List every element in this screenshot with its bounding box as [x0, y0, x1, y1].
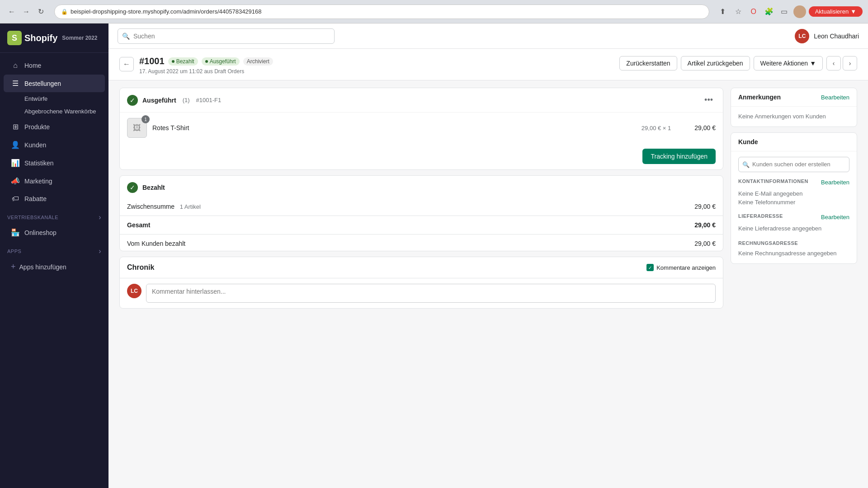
- kontaktinfos-edit-button[interactable]: Bearbeiten: [821, 179, 849, 186]
- sidebar-item-label: Onlineshop: [24, 229, 57, 236]
- bookmark-icon[interactable]: ☆: [732, 5, 745, 18]
- forward-button[interactable]: →: [20, 5, 33, 18]
- customers-icon: 👤: [11, 141, 20, 149]
- sidebar-item-rabatte[interactable]: 🏷 Rabatte: [4, 190, 105, 207]
- sidebar-item-entwurfe[interactable]: Entwürfe: [4, 93, 105, 105]
- sidebar-icon[interactable]: ▭: [778, 5, 791, 18]
- payment-divider2: [120, 234, 723, 235]
- vertriebskanaele-section: Vertriebskanäle ›: [0, 208, 108, 223]
- browser-chrome: ← → ↻ 🔒 beispiel-dropshipping-store.mysh…: [0, 0, 868, 23]
- artikel-zurueckgeben-button[interactable]: Artikel zurückgeben: [681, 56, 750, 70]
- nav-arrows: ‹ ›: [826, 56, 857, 70]
- badge-fulfilled: Ausgeführt: [202, 57, 240, 66]
- prev-order-button[interactable]: ‹: [826, 56, 841, 70]
- content-side: Anmerkungen Bearbeiten Keine Anmerkungen…: [731, 88, 857, 481]
- back-to-orders-button[interactable]: ←: [119, 57, 134, 71]
- sidebar-header: S Shopify Sommer 2022: [0, 23, 108, 53]
- search-bar-wrap: 🔍: [118, 28, 335, 44]
- customer-search-wrap: 🔍: [738, 157, 849, 172]
- anmerkungen-body: Keine Anmerkungen vom Kunden: [731, 107, 857, 127]
- payment-zwischensumme-row: Zwischensumme 1 Artikel 29,00 €: [120, 199, 723, 214]
- browser-actions: ⬆ ☆ O 🧩 ▭ Aktualisieren ▼: [717, 5, 863, 18]
- add-apps-button[interactable]: + Apps hinzufügen: [4, 258, 105, 276]
- sidebar-item-bestellungen[interactable]: ☰ Bestellungen: [4, 75, 105, 92]
- tracking-hinzufuegen-button[interactable]: Tracking hinzufügen: [642, 149, 716, 164]
- kunde-body: 🔍 KONTAKTINFORMATIONEN Bearbeiten Keine …: [731, 151, 857, 263]
- lieferadresse-text: Keine Lieferadresse angegeben: [738, 224, 849, 233]
- zurueckerstatten-button[interactable]: Zurückerstatten: [619, 56, 677, 70]
- browser-profile: [793, 5, 806, 18]
- kunde-card: Kunde 🔍 KONTAKTINFORMATIONEN Bearbeiten: [731, 132, 857, 264]
- add-apps-label: Apps hinzufügen: [19, 263, 66, 271]
- sidebar-item-marketing[interactable]: 📣 Marketing: [4, 172, 105, 190]
- aktualisieren-button[interactable]: Aktualisieren ▼: [809, 6, 863, 17]
- comment-input[interactable]: [146, 284, 716, 303]
- order-info: #1001 Bezahlt Ausgeführt Archiviert: [139, 56, 273, 75]
- sidebar-sub-label: Entwürfe: [24, 95, 47, 102]
- rechnungsadresse-section: RECHNUNGSADRESSE Keine Rechnungsadresse …: [738, 239, 849, 258]
- shop-icon: 🏪: [11, 228, 20, 237]
- sidebar-item-abgebrochene[interactable]: Abgebrochene Warenkörbe: [4, 105, 105, 117]
- sidebar-nav: ⌂ Home ☰ Bestellungen Entwürfe Abgebroch…: [0, 53, 108, 488]
- content-area: ✓ Ausgeführt (1) #1001-F1 ••• 🖼 1: [108, 80, 868, 488]
- rechnungsadresse-text: Keine Rechnungsadresse angegeben: [738, 249, 849, 258]
- app-layout: S Shopify Sommer 2022 ⌂ Home ☰ Bestellun…: [0, 23, 868, 488]
- fulfillment-more-button[interactable]: •••: [702, 94, 716, 106]
- address-bar[interactable]: 🔒 beispiel-dropshipping-store.myshopify.…: [54, 5, 709, 19]
- product-price: 29,00 € × 1: [642, 125, 671, 131]
- kommentare-anzeigen-label[interactable]: ✓ Kommentare anzeigen: [646, 264, 716, 271]
- sidebar-item-onlineshop[interactable]: 🏪 Onlineshop: [4, 224, 105, 241]
- back-button[interactable]: ←: [5, 5, 18, 18]
- lieferadresse-edit-button[interactable]: Bearbeiten: [821, 214, 849, 221]
- sidebar-item-kunden[interactable]: 👤 Kunden: [4, 136, 105, 154]
- plus-icon: +: [11, 262, 16, 272]
- sidebar-item-produkte[interactable]: ⊞ Produkte: [4, 118, 105, 136]
- payment-gesamt-row: Gesamt 29,00 €: [120, 218, 723, 232]
- payment-vom-kunden-row: Vom Kunden bezahlt 29,00 €: [120, 236, 723, 251]
- top-bar: 🔍 LC Leon Chaudhari: [108, 23, 868, 49]
- kontaktinfos-label: KONTAKTINFORMATIONEN: [738, 178, 808, 184]
- customer-search-input[interactable]: [738, 157, 849, 172]
- kommentare-checkbox[interactable]: ✓: [646, 264, 654, 271]
- lock-icon: 🔒: [61, 9, 68, 15]
- extensions-icon[interactable]: 🧩: [763, 5, 775, 18]
- sidebar-item-statistiken[interactable]: 📊 Statistiken: [4, 154, 105, 172]
- payment-card: ✓ Bezahlt Zwischensumme 1 Artikel 29,00 …: [119, 175, 723, 251]
- payment-title-row: ✓ Bezahlt: [127, 182, 165, 193]
- anmerkungen-title: Anmerkungen: [738, 94, 781, 101]
- user-name: Leon Chaudhari: [814, 33, 859, 40]
- payment-status-icon: ✓: [127, 182, 138, 193]
- fulfillment-card: ✓ Ausgeführt (1) #1001-F1 ••• 🖼 1: [119, 88, 723, 170]
- anmerkungen-text: Keine Anmerkungen vom Kunden: [738, 113, 826, 120]
- payment-card-header: ✓ Bezahlt: [120, 176, 723, 199]
- chevron-down-icon: ▼: [850, 8, 856, 15]
- payment-title: Bezahlt: [142, 184, 165, 191]
- chevron-down-icon: ▼: [810, 60, 816, 67]
- payment-gesamt-label: Gesamt: [127, 221, 150, 229]
- orders-icon: ☰: [11, 79, 20, 88]
- sidebar-item-home[interactable]: ⌂ Home: [4, 57, 105, 74]
- badge-dot-paid: [172, 60, 175, 63]
- fulfillment-order-id: #1001-F1: [196, 97, 222, 103]
- share-icon[interactable]: ⬆: [717, 5, 729, 18]
- sidebar-item-label: Statistiken: [24, 160, 54, 167]
- badge-paid: Bezahlt: [168, 57, 198, 66]
- marketing-icon: 📣: [11, 177, 20, 185]
- shopify-bag-icon: S: [7, 31, 22, 45]
- weitere-aktionen-button[interactable]: Weitere Aktionen ▼: [754, 56, 823, 70]
- page-header-left: ← #1001 Bezahlt Ausgeführt: [119, 56, 273, 75]
- reload-button[interactable]: ↻: [34, 5, 47, 18]
- opera-icon[interactable]: O: [747, 5, 760, 18]
- fulfillment-card-header: ✓ Ausgeführt (1) #1001-F1 •••: [120, 88, 723, 112]
- order-title-row: #1001 Bezahlt Ausgeführt Archiviert: [139, 56, 273, 66]
- next-order-button[interactable]: ›: [843, 56, 857, 70]
- search-input[interactable]: [118, 28, 335, 44]
- shopify-logo: S Shopify Sommer 2022: [7, 31, 97, 45]
- rechnungsadresse-label: RECHNUNGSADRESSE: [738, 240, 798, 246]
- anmerkungen-edit-button[interactable]: Bearbeiten: [821, 94, 849, 101]
- chronik-header: Chronik ✓ Kommentare anzeigen: [120, 257, 723, 278]
- page-header: ← #1001 Bezahlt Ausgeführt: [108, 49, 868, 80]
- sidebar-item-label: Produkte: [24, 123, 50, 131]
- badge-archived: Archiviert: [243, 57, 273, 66]
- chronik-card: Chronik ✓ Kommentare anzeigen LC: [119, 257, 723, 309]
